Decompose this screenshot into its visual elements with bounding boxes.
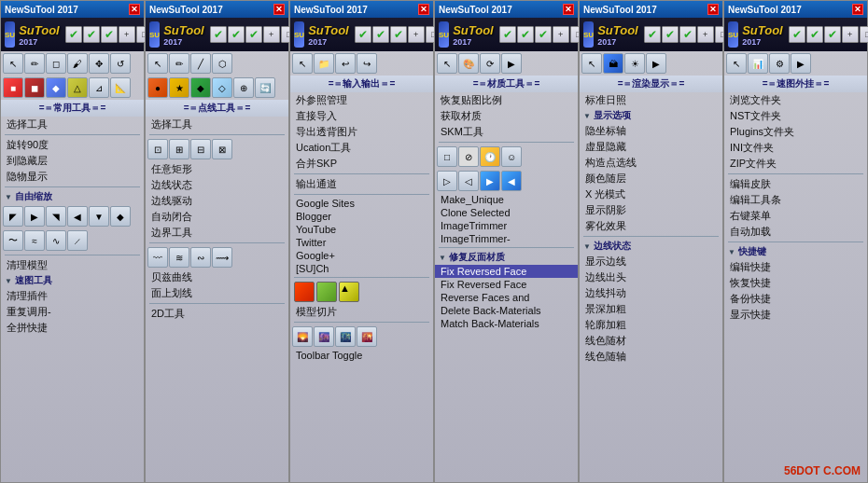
icon2-yellow[interactable]: ★ [169,77,189,98]
menu2-face-line[interactable]: 面上划线 [146,285,288,301]
icon4-1[interactable]: ↖ [437,53,457,74]
tb2-check-3[interactable]: ✔ [245,26,262,43]
tb5-c2[interactable]: ✔ [662,26,679,43]
menu6-backup-shortcut[interactable]: 备份快捷 [724,291,867,307]
icon4-mat8[interactable]: ◀ [501,171,522,191]
menu3-output-channel[interactable]: 输出通道 [290,176,433,192]
menu5-depth-bold[interactable]: 景深加粗 [580,301,722,317]
menu5-hide-axis[interactable]: 隐坐标轴 [580,123,722,139]
menu3-merge-skp[interactable]: 合并SKP [290,156,433,172]
menu3-model-slice[interactable]: 模型切片 [290,304,433,320]
icon2-d2[interactable]: ≋ [169,247,189,268]
menu2-edge-state[interactable]: 边线状态 [146,177,288,193]
icon6-4[interactable]: ▶ [791,53,811,74]
tb5-c3[interactable]: ✔ [679,26,696,43]
menu3-ucation[interactable]: Ucation工具 [290,140,433,156]
tb6-box[interactable]: □ [860,26,868,43]
icon-dark-box[interactable]: ◼ [24,77,45,98]
icon4-mat2[interactable]: ⊘ [458,146,479,167]
menu5-edge-by-mat[interactable]: 线色随材 [580,333,722,349]
icon2-orange[interactable]: ● [147,77,168,98]
menu2-2d[interactable]: 2D工具 [146,306,288,322]
icon2-extra1[interactable]: ⊕ [233,77,254,98]
icon2-green[interactable]: ◆ [190,77,211,98]
menu4-fix-reversed-face-1[interactable]: Fix Reversed Face [435,265,578,278]
menu6-plugins-folder[interactable]: Plugins文件夹 [724,124,867,140]
menu5-shadow[interactable]: 显示阴影 [580,202,722,218]
menu-rotate90[interactable]: 旋转90度 [1,137,144,153]
icon4-4[interactable]: ▶ [501,53,522,74]
menu4-make-unique[interactable]: Make_Unique [435,193,578,206]
tb4-c2[interactable]: ✔ [517,26,534,43]
menu2-select[interactable]: 选择工具 [146,117,288,132]
icon2-d1[interactable]: 〰 [147,247,168,268]
menu-repeat[interactable]: 重复调用- [1,304,144,320]
menu3-export-bg[interactable]: 导出透背图片 [290,124,433,140]
sub6-shortcut[interactable]: ▼ 快捷键 [724,244,867,259]
icon2-d4[interactable]: ⟿ [212,247,232,268]
icon5-3[interactable]: ☀ [624,53,645,74]
tb2-check-1[interactable]: ✔ [210,26,227,43]
menu3-ref-mgr[interactable]: 外参照管理 [290,92,433,108]
menu5-profile-bold[interactable]: 轮廓加粗 [580,317,722,333]
icon3-scene4[interactable]: 🌇 [357,326,377,347]
icon-scale-3[interactable]: ◥ [46,206,66,227]
icon5-1[interactable]: ↖ [581,53,602,74]
icon5-4[interactable]: ▶ [646,53,666,74]
menu5-edge-jitter[interactable]: 边线抖动 [580,285,722,301]
tb2-check-2[interactable]: ✔ [228,26,245,43]
tb3-c2[interactable]: ✔ [372,26,389,43]
icon3-2[interactable]: 📁 [314,53,334,74]
icon3-1[interactable]: ↖ [292,53,313,74]
panel-scroll-2[interactable]: 选择工具 ⊡ ⊞ ⊟ ⊠ 任意矩形 边线状态 边线驱动 自动闭合 边界工具 〰 … [146,117,288,482]
sub-fix-material[interactable]: ▼ 修复反面材质 [435,250,578,265]
icon3-scene1[interactable]: 🌄 [292,326,313,347]
icon3-scene2[interactable]: 🌆 [314,326,334,347]
menu5-color-by-layer[interactable]: 颜色随层 [580,171,722,186]
menu2-edge-drive[interactable]: 边线驱动 [146,193,288,209]
menu-select-tool[interactable]: 选择工具 [1,117,144,132]
tb2-plus[interactable]: + [263,26,280,43]
close-btn-5[interactable]: ✕ [707,4,719,15]
tb6-c2[interactable]: ✔ [806,26,823,43]
menu5-xray[interactable]: X 光模式 [580,186,722,202]
menu-clean-plugin[interactable]: 清理插件 [1,288,144,304]
menu3-googleplus[interactable]: Google+ [290,249,433,262]
icon-wave-1[interactable]: 〜 [3,230,23,251]
menu3-google-sites[interactable]: Google Sites [290,197,433,210]
panel-scroll-5[interactable]: 标准日照 ▼ 显示选项 隐坐标轴 虚显隐藏 构造点选线 颜色随层 X 光模式 显… [580,92,722,482]
icon-scale-1[interactable]: ◤ [3,206,23,227]
menu6-ini-folder[interactable]: INI文件夹 [724,140,867,156]
menu2-auto-close[interactable]: 自动闭合 [146,209,288,225]
icon3-scene3[interactable]: 🌃 [335,326,356,347]
menu2-border[interactable]: 边界工具 [146,225,288,241]
icon4-mat4[interactable]: ☺ [501,146,522,167]
tb6-plus[interactable]: + [842,26,859,43]
menu6-edit-skin[interactable]: 编辑皮肤 [724,176,867,192]
close-btn-1[interactable]: ✕ [129,4,140,15]
icon-yellow-tri[interactable]: △ [67,77,88,98]
menu4-delete-back[interactable]: Delete Back-Materials [435,304,578,317]
tb4-c3[interactable]: ✔ [535,26,552,43]
icon6-3[interactable]: ⚙ [769,53,790,74]
sub-fast-tools[interactable]: ▼ 速图工具 [1,273,144,288]
tb5-c1[interactable]: ✔ [644,26,661,43]
icon4-mat5[interactable]: ▷ [437,171,457,191]
menu6-right-menu[interactable]: 右键菜单 [724,208,867,224]
menu6-nst-folder[interactable]: NST文件夹 [724,108,867,124]
menu-all-shortcuts[interactable]: 全拼快捷 [1,320,144,336]
sub-free-scale[interactable]: ▼ 自由缩放 [1,189,144,204]
menu4-fix-reversed-face-2[interactable]: Fix Reversed Face [435,278,578,291]
menu6-auto-load[interactable]: 自动加载 [724,224,867,240]
icon2-poly[interactable]: ⬡ [212,53,232,74]
icon2-arrow[interactable]: ↖ [147,53,168,74]
menu3-such[interactable]: [SU]Ch [290,262,433,275]
icon4-mat3[interactable]: 🕐 [480,146,500,167]
menu2-bezier[interactable]: 贝兹曲线 [146,269,288,285]
panel-scroll-6[interactable]: 浏览文件夹 NST文件夹 Plugins文件夹 INI文件夹 ZIP文件夹 编辑… [724,92,867,482]
tb4-plus[interactable]: + [553,26,569,43]
icon2-pencil[interactable]: ✏ [169,53,189,74]
tb6-c1[interactable]: ✔ [789,26,805,43]
icon-scale-5[interactable]: ▼ [89,206,109,227]
menu4-restore-ratio[interactable]: 恢复贴图比例 [435,92,578,108]
